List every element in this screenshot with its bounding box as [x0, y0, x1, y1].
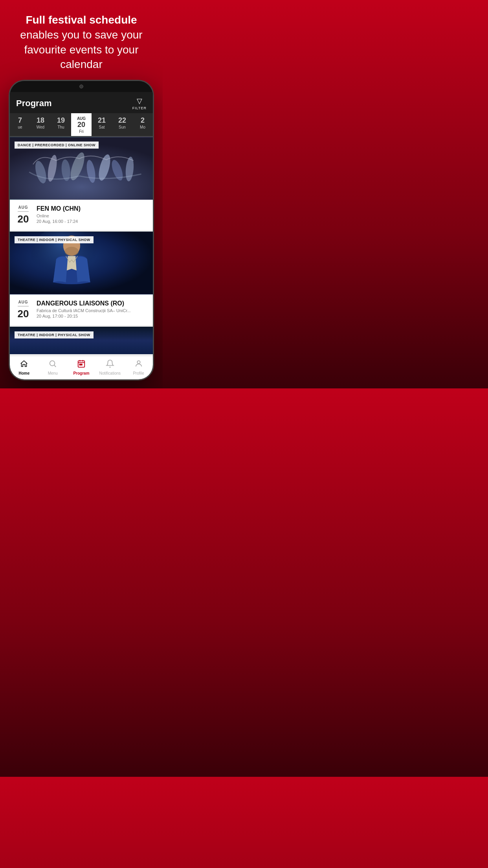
program-icon [77, 359, 86, 370]
event-card-dance[interactable]: DANCE | PRERECORDED | ONLINE SHOW [10, 137, 153, 230]
event-time-t: 20 Aug, 17:00 - 20:15 [37, 314, 147, 318]
date-selector: 7 ue 18 Wed 19 Thu Aug 20 Fri 21 Sat 22 [10, 113, 153, 137]
app-title: Program [16, 98, 51, 108]
program-label: Program [73, 371, 89, 375]
svg-rect-20 [81, 364, 82, 365]
nav-item-home[interactable]: Home [12, 359, 36, 375]
date-day: 22 [118, 116, 126, 125]
headline-bold: Full festival schedule [26, 14, 137, 26]
svg-point-21 [137, 361, 140, 364]
notifications-label: Notifications [99, 371, 121, 375]
date-day: 21 [98, 116, 106, 125]
phone-frame: Program ▽ FILTER 7 ue 18 Wed 19 Thu Aug … [9, 80, 154, 381]
menu-label: Menu [48, 371, 58, 375]
date-item-aug21[interactable]: 21 Sat [92, 113, 112, 136]
headline-rest: enables you to save your favourite event… [20, 29, 142, 71]
home-label: Home [18, 371, 29, 375]
event-name-t: DANGEROUS LIAISONS (RO) [37, 300, 147, 307]
svg-line-14 [54, 365, 56, 367]
date-divider [18, 211, 29, 212]
svg-point-13 [50, 361, 55, 366]
event-month-t: AUG [18, 300, 28, 304]
event-name: FEN MO (CHN) [37, 205, 147, 212]
event-time: 20 Aug, 16:00 - 17:24 [37, 219, 147, 224]
date-day: 19 [57, 116, 65, 125]
home-icon [20, 359, 28, 370]
date-item-aug17[interactable]: 7 ue [10, 113, 30, 136]
date-weekday: Sun [119, 125, 126, 129]
nav-item-program[interactable]: Program [70, 359, 93, 375]
date-item-aug18[interactable]: 18 Wed [30, 113, 51, 136]
promo-header: Full festival schedule enables you to sa… [0, 0, 163, 80]
event-details-dance: FEN MO (CHN) Online 20 Aug, 16:00 - 17:2… [37, 205, 147, 225]
svg-rect-19 [79, 364, 81, 365]
phone-top-bar [10, 81, 153, 92]
event-date-col-theatre: AUG 20 [15, 300, 31, 320]
date-weekday: Wed [37, 125, 44, 129]
event-image-wrapper-theatre: THEATRE | INDOOR | PHYSICAL SHOW [10, 232, 153, 294]
event-location-t: Fabrica de Cultură IACM Construcții SA– … [37, 308, 147, 313]
date-day: 7 [18, 116, 22, 125]
bottom-nav: Home Menu [10, 356, 153, 379]
event-tag-dance: DANCE | PRERECORDED | ONLINE SHOW [15, 142, 99, 149]
svg-point-12 [65, 247, 79, 256]
app-content: Program ▽ FILTER 7 ue 18 Wed 19 Thu Aug … [10, 92, 153, 379]
date-item-aug19[interactable]: 19 Thu [51, 113, 71, 136]
menu-icon [48, 359, 57, 370]
filter-icon: ▽ [137, 97, 142, 105]
date-day: 18 [37, 116, 44, 125]
date-item-aug23[interactable]: 2 Mo [132, 113, 153, 136]
event-info-theatre: AUG 20 DANGEROUS LIAISONS (RO) Fabrica d… [10, 294, 153, 325]
date-month: Aug [77, 116, 86, 121]
date-day: 20 [77, 121, 85, 129]
nav-item-notifications[interactable]: Notifications [98, 359, 122, 375]
event-details-theatre: DANGEROUS LIAISONS (RO) Fabrica de Cultu… [37, 300, 147, 320]
profile-icon [134, 359, 143, 370]
event-date-col-dance: AUG 20 [15, 205, 31, 225]
nav-item-profile[interactable]: Profile [127, 359, 150, 375]
event-image-wrapper: DANCE | PRERECORDED | ONLINE SHOW [10, 137, 153, 200]
event-month: AUG [18, 205, 28, 210]
date-item-aug20[interactable]: Aug 20 Fri [71, 113, 92, 136]
date-day: 2 [141, 116, 145, 125]
date-divider-t [18, 306, 29, 307]
nav-item-menu[interactable]: Menu [41, 359, 64, 375]
filter-label: FILTER [132, 106, 147, 110]
events-list: DANCE | PRERECORDED | ONLINE SHOW [10, 137, 153, 356]
filter-button[interactable]: ▽ FILTER [132, 97, 147, 110]
notifications-icon [106, 359, 114, 370]
date-weekday: Sat [99, 125, 105, 129]
date-weekday: Fri [79, 129, 84, 134]
event-image-wrapper-theatre2: THEATRE | INDOOR | PHYSICAL SHOW [10, 327, 153, 354]
app-header: Program ▽ FILTER [10, 92, 153, 113]
event-tag-theatre2: THEATRE | INDOOR | PHYSICAL SHOW [15, 331, 94, 338]
date-weekday: Thu [57, 125, 64, 129]
event-tag-theatre: THEATRE | INDOOR | PHYSICAL SHOW [15, 236, 94, 243]
event-info-dance: AUG 20 FEN MO (CHN) Online 20 Aug, 16:00… [10, 200, 153, 230]
event-location: Online [37, 213, 147, 218]
date-item-aug22[interactable]: 22 Sun [112, 113, 132, 136]
event-card-theatre[interactable]: THEATRE | INDOOR | PHYSICAL SHOW [10, 232, 153, 325]
date-weekday: Mo [140, 125, 145, 129]
camera-dot [79, 85, 83, 88]
profile-label: Profile [133, 371, 144, 375]
event-day-num: 20 [18, 213, 29, 225]
event-card-theatre2[interactable]: THEATRE | INDOOR | PHYSICAL SHOW [10, 327, 153, 354]
event-day-num-t: 20 [18, 308, 29, 320]
date-weekday: ue [18, 125, 22, 129]
